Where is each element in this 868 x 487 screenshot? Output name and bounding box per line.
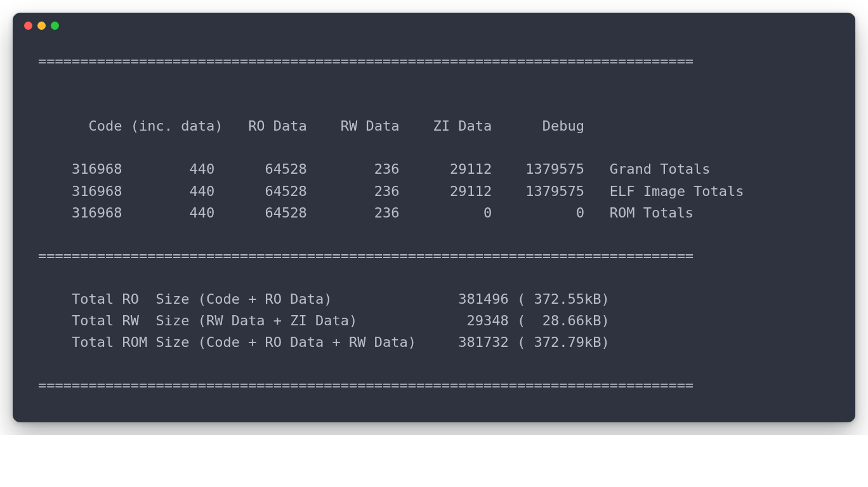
terminal-output: ========================================… [13, 38, 855, 422]
summary-line: Total ROM Size (Code + RO Data + RW Data… [38, 334, 610, 350]
minimize-icon[interactable] [37, 22, 46, 30]
table-row: 316968 440 64528 236 29112 1379575 ELF I… [38, 183, 744, 199]
table-header: Code (inc. data) RO Data RW Data ZI Data… [38, 118, 610, 134]
close-icon[interactable] [24, 22, 32, 30]
terminal-window: ========================================… [13, 13, 855, 422]
titlebar [13, 13, 855, 38]
maximize-icon[interactable] [51, 22, 59, 30]
summary-line: Total RW Size (RW Data + ZI Data) 29348 … [38, 313, 610, 328]
separator-line: ========================================… [38, 248, 694, 264]
separator-line: ========================================… [38, 377, 694, 393]
summary-line: Total RO Size (Code + RO Data) 381496 ( … [38, 291, 610, 307]
separator-line: ========================================… [38, 53, 694, 69]
table-row: 316968 440 64528 236 29112 1379575 Grand… [38, 161, 711, 177]
table-row: 316968 440 64528 236 0 0 ROM Totals [38, 205, 694, 221]
